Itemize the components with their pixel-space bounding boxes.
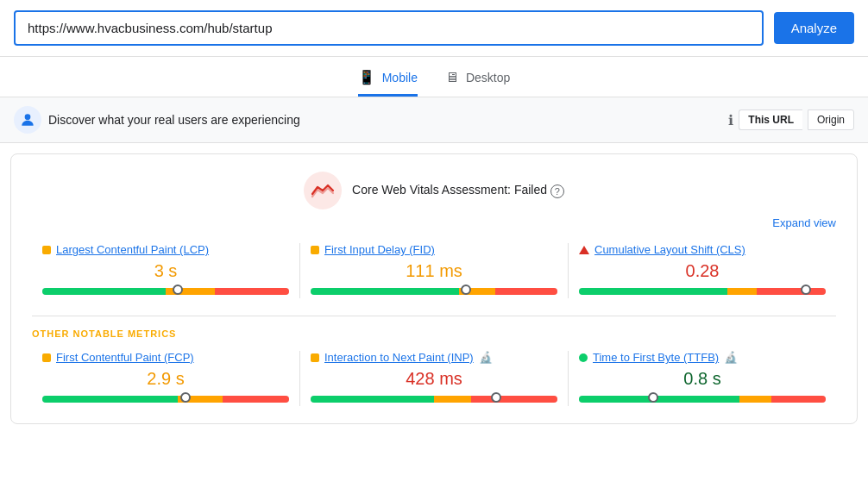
lcp-bar-marker [173,285,183,295]
cwv-title: Core Web Vitals Assessment: Failed ? [352,183,564,197]
ttfb-lab-icon: 🔬 [724,351,738,364]
metric-ttfb-label: Time to First Byte (TTFB) 🔬 [579,351,826,364]
inp-bar-orange [434,396,471,403]
main-card: Core Web Vitals Assessment: Failed ? Exp… [10,153,858,424]
inp-bar [311,396,557,403]
fid-bar [311,288,557,295]
other-metrics-row: First Contentful Paint (FCP) 2.9 s Inter… [32,351,836,406]
metric-cls: Cumulative Layout Shift (CLS) 0.28 [569,243,836,298]
inp-square-icon [311,353,319,362]
cls-bar-marker [801,285,811,295]
real-users-text: Discover what your real users are experi… [48,113,721,127]
lcp-bar-green [42,288,166,295]
inp-bar-red [471,396,557,403]
expand-view-link[interactable]: Expand view [32,216,836,229]
url-origin-toggle: ℹ This URL Origin [728,109,854,130]
cwv-help-icon[interactable]: ? [550,184,564,198]
fcp-square-icon [42,353,51,362]
tab-desktop[interactable]: 🖥 Desktop [445,69,510,97]
real-users-bar: Discover what your real users are experi… [0,97,868,143]
lcp-square-icon [42,246,51,254]
metric-fid: First Input Delay (FID) 111 ms [300,243,569,298]
url-input[interactable] [14,10,764,46]
ttfb-bar [579,396,826,403]
inp-value: 428 ms [311,369,557,389]
cls-bar-green [579,288,727,295]
tab-mobile-label: Mobile [382,71,418,84]
fcp-bar-red [223,396,289,403]
lcp-link[interactable]: Largest Contentful Paint (LCP) [56,243,209,256]
fid-value: 111 ms [311,261,557,281]
other-metrics-section: OTHER NOTABLE METRICS First Contentful P… [32,316,836,406]
ttfb-bar-green [579,396,739,403]
metric-cls-label: Cumulative Layout Shift (CLS) [579,243,826,256]
cwv-status: Failed [514,183,547,197]
fcp-bar-green [42,396,178,403]
fid-bar-marker [461,285,471,295]
lcp-bar [42,288,289,295]
ttfb-bar-marker [648,392,658,403]
inp-bar-green [311,396,434,403]
ttfb-value: 0.8 s [579,369,826,389]
lcp-bar-red [215,288,289,295]
cls-link[interactable]: Cumulative Layout Shift (CLS) [594,243,745,256]
ttfb-bar-orange [739,396,771,403]
tab-mobile[interactable]: 📱 Mobile [358,69,418,97]
cls-triangle-icon [579,246,589,254]
metric-lcp-label: Largest Contentful Paint (LCP) [42,243,289,256]
tabs: 📱 Mobile 🖥 Desktop [0,57,868,97]
ttfb-circle-icon [579,353,588,362]
metric-fcp-label: First Contentful Paint (FCP) [42,351,289,364]
inp-lab-icon: 🔬 [479,351,493,364]
core-metrics-row: Largest Contentful Paint (LCP) 3 s First… [32,243,836,298]
metric-fcp: First Contentful Paint (FCP) 2.9 s [32,351,300,406]
cls-value: 0.28 [579,261,826,281]
lcp-value: 3 s [42,261,289,281]
top-bar: Analyze [0,0,868,57]
fcp-bar-marker [180,392,191,403]
svg-point-0 [25,114,31,120]
tab-desktop-label: Desktop [466,71,510,84]
real-users-icon [14,106,41,134]
fid-bar-green [311,288,459,295]
metric-ttfb: Time to First Byte (TTFB) 🔬 0.8 s [569,351,836,406]
fcp-value: 2.9 s [42,369,289,389]
fid-square-icon [311,246,319,254]
cls-bar-orange [727,288,757,295]
fid-bar-red [495,288,557,295]
origin-button[interactable]: Origin [808,109,854,130]
metric-inp-label: Interaction to Next Paint (INP) 🔬 [311,351,557,364]
metric-inp: Interaction to Next Paint (INP) 🔬 428 ms [300,351,569,406]
other-metrics-label: OTHER NOTABLE METRICS [32,328,836,339]
this-url-button[interactable]: This URL [739,109,802,130]
ttfb-bar-red [771,396,826,403]
analyze-button[interactable]: Analyze [774,12,854,44]
info-icon[interactable]: ℹ [728,112,733,128]
inp-bar-marker [491,392,501,403]
desktop-icon: 🖥 [445,70,459,85]
cls-bar-red [757,288,826,295]
cls-bar [579,288,826,295]
inp-link[interactable]: Interaction to Next Paint (INP) [324,351,474,364]
cwv-header: Core Web Vitals Assessment: Failed ? [32,172,836,209]
fcp-bar [42,396,289,403]
metric-fid-label: First Input Delay (FID) [311,243,557,256]
mobile-icon: 📱 [358,69,375,85]
fcp-link[interactable]: First Contentful Paint (FCP) [56,351,194,364]
cwv-icon [304,172,342,209]
ttfb-link[interactable]: Time to First Byte (TTFB) [593,351,719,364]
metric-lcp: Largest Contentful Paint (LCP) 3 s [32,243,300,298]
fid-link[interactable]: First Input Delay (FID) [324,243,435,256]
